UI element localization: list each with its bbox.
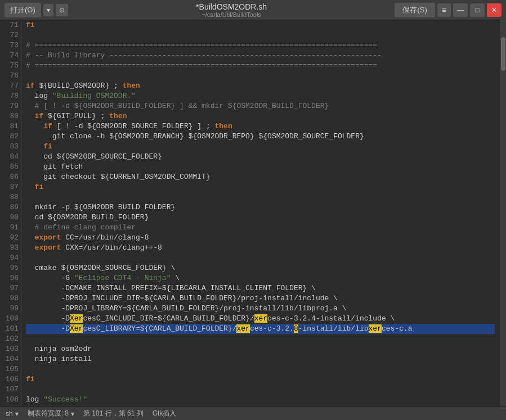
titlebar-left: 打开(O) ▾ ⊙ xyxy=(5,3,68,17)
code-line xyxy=(26,192,495,202)
code-line: -DCMAKE_INSTALL_PREFIX=${LIBCARLA_INSTAL… xyxy=(26,283,495,293)
open-arrow[interactable]: ▾ xyxy=(43,4,53,16)
language-arrow: ▾ xyxy=(15,410,19,418)
quick-open[interactable]: ⊙ xyxy=(56,4,68,16)
code-line: if ${BUILD_OSM2ODR} ; then xyxy=(26,81,495,91)
close-button[interactable]: ✕ xyxy=(487,3,501,17)
menu-button[interactable]: ≡ xyxy=(437,3,451,17)
edit-mode: Gtk插入 xyxy=(153,409,177,418)
tab-width-arrow: ▾ xyxy=(71,410,74,418)
tab-width-label: 制表符宽度: 8 xyxy=(28,409,69,418)
titlebar: 打开(O) ▾ ⊙ *BuildOSM2ODR.sh ~/carla/Util/… xyxy=(0,0,506,20)
position-indicator: 第 101 行，第 61 列 xyxy=(83,409,144,418)
code-line: -DPROJ_LIBRARY=${CARLA_BUILD_FOLDER}/pro… xyxy=(26,304,495,314)
code-line: cd ${OSM2ODR_SOURCE_FOLDER} xyxy=(26,152,495,162)
code-line xyxy=(26,71,495,81)
code-line: # ======================================… xyxy=(26,40,495,51)
code-line: -DXercesC_INCLUDE_DIR=${CARLA_BUILD_FOLD… xyxy=(26,314,495,324)
code-content[interactable]: fi # ===================================… xyxy=(21,20,499,407)
code-line: mkdir -p ${OSM2ODR_BUILD_FOLDER} xyxy=(26,202,495,213)
maximize-button[interactable]: □ xyxy=(470,3,485,17)
code-line: if ${GIT_PULL} ; then xyxy=(26,111,495,121)
file-title: *BuildOSM2ODR.sh xyxy=(68,2,395,11)
titlebar-center: *BuildOSM2ODR.sh ~/carla/Util/BuildTools xyxy=(68,2,395,18)
code-line: git checkout ${CURRENT_OSM2ODR_COMMIT} xyxy=(26,172,495,182)
tab-width-selector[interactable]: 制表符宽度: 8 ▾ xyxy=(28,409,74,418)
code-line xyxy=(26,364,495,374)
code-line: git fetch xyxy=(26,162,495,172)
code-line: log "Success!" xyxy=(26,395,495,405)
open-button[interactable]: 打开(O) xyxy=(5,3,41,17)
statusbar: sh ▾ 制表符宽度: 8 ▾ 第 101 行，第 61 列 Gtk插入 xyxy=(0,407,506,420)
code-line: fi xyxy=(26,374,495,385)
language-label: sh xyxy=(6,410,13,418)
code-line xyxy=(26,334,495,344)
save-button[interactable]: 保存(S) xyxy=(395,3,435,17)
code-line: export CXX=/usr/bin/clang++-8 xyxy=(26,243,495,253)
code-line: fi xyxy=(26,20,495,30)
scrollbar-thumb[interactable] xyxy=(501,37,505,71)
code-line xyxy=(26,253,495,263)
code-line: # ======================================… xyxy=(26,61,495,71)
code-line: export CC=/usr/bin/clang-8 xyxy=(26,233,495,243)
code-line: fi xyxy=(26,182,495,192)
titlebar-right: 保存(S) ≡ — □ ✕ xyxy=(395,3,501,17)
code-line: log "Building OSM2ODR." xyxy=(26,91,495,101)
minimize-button[interactable]: — xyxy=(453,3,468,17)
code-line: # [ ! -d ${OSM2ODR_BUILD_FOLDER} ] && mk… xyxy=(26,101,495,111)
position-text: 第 101 行，第 61 列 xyxy=(83,409,144,418)
code-line: -DPROJ_INCLUDE_DIR=${CARLA_BUILD_FOLDER}… xyxy=(26,293,495,304)
code-line: ninja install xyxy=(26,354,495,364)
code-line xyxy=(26,385,495,395)
mode-text: Gtk插入 xyxy=(153,409,177,418)
code-line: fi xyxy=(26,142,495,152)
code-line: cmake ${OSM2ODR_SOURCE_FOLDER} \ xyxy=(26,263,495,273)
language-selector[interactable]: sh ▾ xyxy=(6,410,19,418)
code-line: git clone -b ${OSM2ODR_BRANCH} ${OSM2ODR… xyxy=(26,132,495,142)
code-line: # -- Build library ---------------------… xyxy=(26,51,495,61)
line-numbers: 71 72 73 74 75 76 77 78 79 80 81 82 83 8… xyxy=(0,20,21,407)
file-path: ~/carla/Util/BuildTools xyxy=(68,11,395,18)
editor: 71 72 73 74 75 76 77 78 79 80 81 82 83 8… xyxy=(0,20,506,407)
code-line: ninja osm2odr xyxy=(26,344,495,354)
code-line: cd ${OSM2ODR_BUILD_FOLDER} xyxy=(26,213,495,223)
code-line: -G "Eclipse CDT4 - Ninja" \ xyxy=(26,273,495,283)
code-line: if [ ! -d ${OSM2ODR_SOURCE_FOLDER} ] ; t… xyxy=(26,121,495,132)
code-line-current: -DXercesC_LIBRARY=${CARLA_BUILD_FOLDER}/… xyxy=(26,324,495,334)
code-line: # define clang compiler xyxy=(26,223,495,233)
scrollbar[interactable] xyxy=(499,20,506,407)
code-line xyxy=(26,30,495,40)
